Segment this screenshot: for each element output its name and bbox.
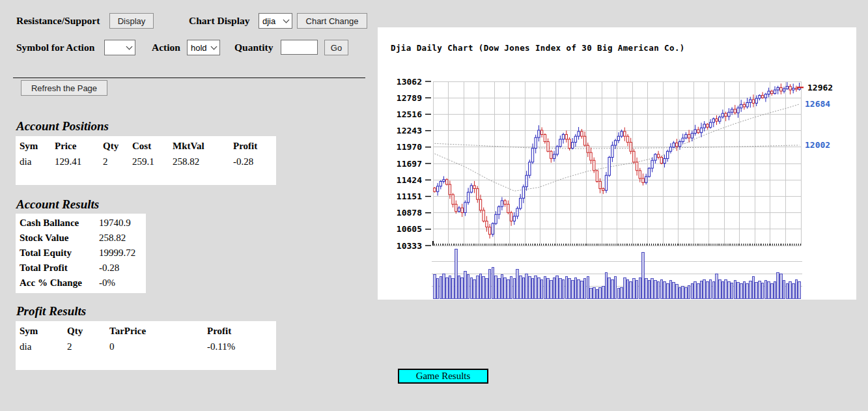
trading-game-page: Resistance/Support Display Chart Display… — [0, 0, 868, 411]
y-axis: 1306212789125161224311970116971142411151… — [397, 77, 431, 251]
row-label: Total Equity — [20, 248, 99, 259]
row-value: 258.82 — [99, 233, 146, 244]
divider — [13, 78, 365, 78]
row-label: Cash Ballance — [20, 218, 99, 229]
svg-text:10605: 10605 — [397, 224, 422, 234]
ma-fast-label: 12684 — [805, 99, 830, 109]
col-header: MktVal — [173, 141, 233, 152]
svg-text:12243: 12243 — [397, 126, 422, 135]
cell-profit: -0.28 — [233, 156, 276, 167]
col-header: Qty — [103, 141, 132, 152]
col-header: Qty — [67, 326, 109, 337]
chevron-down-icon — [283, 17, 290, 23]
table-row: Total Profit -0.28 — [16, 261, 146, 276]
grid — [432, 81, 802, 286]
table-row: dia 129.41 2 259.1 258.82 -0.28 — [16, 154, 276, 169]
action-select[interactable]: hold — [187, 40, 220, 55]
cell-qty: 2 — [103, 156, 132, 167]
account-positions-table: Sym Price Qty Cost MktVal Profit dia 129… — [16, 136, 276, 185]
row-label: Stock Value — [20, 233, 99, 244]
table-row: Acc % Change -0% — [16, 276, 146, 291]
row-value: -0% — [99, 277, 146, 289]
display-button[interactable]: Display — [109, 13, 154, 29]
chart-display-value: djia — [262, 16, 275, 26]
col-header: Sym — [20, 141, 55, 152]
row-value: -0.28 — [99, 262, 146, 274]
chevron-down-icon — [126, 44, 133, 50]
account-results-table: Cash Ballance 19740.9 Stock Value 258.82… — [16, 214, 146, 293]
account-positions-title: Account Positions — [16, 119, 109, 134]
svg-text:11697: 11697 — [397, 159, 422, 169]
table-row: Total Equity 19999.72 — [16, 246, 146, 261]
svg-text:11424: 11424 — [397, 175, 422, 185]
svg-text:10878: 10878 — [397, 208, 422, 218]
symbol-for-action-label: Symbol for Action — [16, 42, 94, 53]
cell-sym: dia — [20, 156, 55, 167]
cell-sym: dia — [20, 341, 67, 352]
table-row: Stock Value 258.82 — [16, 231, 146, 246]
svg-text:12789: 12789 — [397, 93, 422, 103]
row-label: Acc % Change — [20, 277, 99, 289]
col-header: Profit — [207, 326, 276, 337]
last-price-label: 12962 — [807, 83, 833, 92]
col-header: Profit — [233, 141, 276, 152]
quantity-label: Quantity — [234, 42, 273, 53]
cell-tarprice: 0 — [109, 341, 207, 352]
svg-text:12516: 12516 — [397, 109, 422, 119]
action-select-value: hold — [191, 43, 207, 53]
daily-chart-panel: 1306212789125161224311970116971142411151… — [378, 27, 856, 300]
cell-mktval: 258.82 — [173, 156, 233, 167]
cell-profit: -0.11% — [207, 341, 276, 352]
row-label: Total Profit — [20, 262, 99, 274]
chart-display-label: Chart Display — [189, 15, 249, 27]
game-results-button[interactable]: Game Results — [398, 369, 488, 384]
profit-results-table: Sym Qty TarPrice Profit dia 2 0 -0.11% — [16, 321, 276, 370]
go-button[interactable]: Go — [324, 40, 348, 55]
cell-price: 129.41 — [55, 156, 103, 167]
chart-title: Djia Daily Chart (Dow Jones Index of 30 … — [391, 43, 685, 53]
cell-cost: 259.1 — [132, 156, 173, 167]
col-header: Sym — [20, 326, 67, 337]
resistance-support-label: Resistance/Support — [16, 15, 100, 27]
profit-results-title: Profit Results — [16, 304, 86, 319]
row-value: 19740.9 — [99, 218, 146, 229]
table-row: Cash Ballance 19740.9 — [16, 216, 146, 231]
svg-text:11970: 11970 — [397, 142, 422, 152]
col-header: TarPrice — [109, 326, 207, 337]
table-row: dia 2 0 -0.11% — [16, 339, 276, 354]
action-label: Action — [152, 42, 180, 53]
refresh-page-button[interactable]: Refresh the Page — [21, 80, 107, 96]
table-header-row: Sym Qty TarPrice Profit — [16, 323, 276, 339]
row-value: 19999.72 — [99, 248, 146, 259]
cell-qty: 2 — [67, 341, 109, 352]
chart-display-select[interactable]: djia — [259, 13, 292, 29]
chevron-down-icon — [211, 44, 217, 50]
chart-change-button[interactable]: Chart Change — [297, 13, 367, 29]
col-header: Price — [55, 141, 103, 152]
ma-slow-label: 12002 — [805, 140, 830, 150]
svg-text:10333: 10333 — [397, 241, 422, 251]
quantity-input[interactable] — [281, 40, 318, 55]
col-header: Cost — [132, 141, 173, 152]
svg-text:13062: 13062 — [397, 77, 422, 87]
svg-text:11151: 11151 — [397, 191, 422, 201]
daily-chart: 1306212789125161224311970116971142411151… — [378, 27, 856, 300]
symbol-select[interactable] — [104, 40, 135, 55]
account-results-title: Account Results — [16, 197, 99, 212]
table-header-row: Sym Price Qty Cost MktVal Profit — [16, 138, 276, 154]
